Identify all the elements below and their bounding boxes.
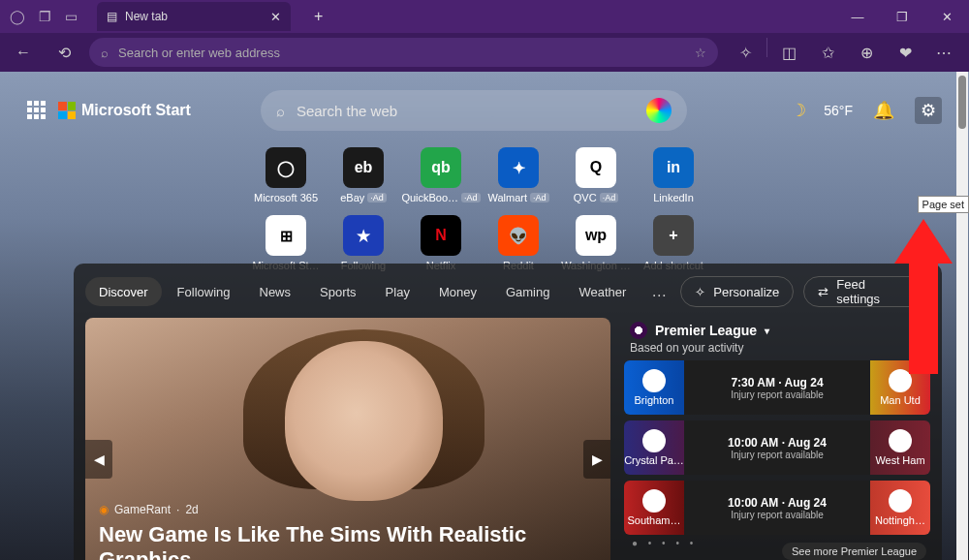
profile-icon[interactable]: ◯ bbox=[10, 9, 25, 24]
maximize-button[interactable]: ❐ bbox=[880, 0, 924, 33]
new-tab-page: Microsoft Start ⌕ Search the web ☽ 56°F … bbox=[0, 72, 969, 560]
quick-link-tile[interactable]: Q QVC·Ad bbox=[557, 147, 635, 203]
page-header: Microsoft Start ⌕ Search the web ☽ 56°F … bbox=[27, 89, 942, 132]
workspaces-icon[interactable]: ❐ bbox=[39, 9, 51, 24]
tile-label: QVC bbox=[574, 192, 597, 203]
globe-icon: ▤ bbox=[107, 10, 117, 23]
copilot-icon[interactable] bbox=[646, 98, 672, 123]
feed-tab[interactable]: Sports bbox=[306, 277, 370, 306]
story-title: New Game Is Like The Sims With Realistic… bbox=[99, 522, 597, 560]
close-window-button[interactable]: ✕ bbox=[924, 0, 969, 33]
tile-icon: in bbox=[653, 147, 694, 188]
microsoft-icon bbox=[58, 102, 76, 119]
tooltip: Page set bbox=[918, 196, 969, 213]
search-input[interactable]: ⌕ Search the web bbox=[261, 90, 687, 131]
tile-icon: eb bbox=[343, 147, 384, 188]
address-bar[interactable]: ⌕ Search or enter web address ☆ bbox=[89, 38, 718, 67]
browser-toolbar: ← ⟲ ⌕ Search or enter web address ☆ ✧ ◫ … bbox=[0, 33, 969, 72]
tile-label: LinkedIn bbox=[653, 192, 694, 203]
team-crest-icon bbox=[642, 429, 666, 452]
match-note: Injury report available bbox=[731, 510, 824, 520]
app-launcher-icon[interactable] bbox=[27, 101, 47, 120]
away-team: West Ham bbox=[875, 454, 924, 466]
home-team: Brighton bbox=[635, 394, 674, 406]
weather-icon[interactable]: ☽ bbox=[791, 100, 806, 121]
team-crest-icon bbox=[889, 429, 912, 452]
back-button[interactable]: ← bbox=[8, 37, 39, 68]
brand-logo[interactable]: Microsoft Start bbox=[58, 102, 191, 119]
search-placeholder: Search the web bbox=[297, 103, 397, 119]
search-icon: ⌕ bbox=[276, 103, 285, 119]
close-tab-icon[interactable]: ✕ bbox=[270, 10, 281, 24]
featured-story-card[interactable]: ◀ ▶ ◉GameRant · 2d New Game Is Like The … bbox=[85, 318, 610, 560]
feed-tab[interactable]: News bbox=[246, 277, 305, 306]
feed-more-icon[interactable]: … bbox=[651, 283, 667, 300]
more-icon[interactable]: ⋯ bbox=[926, 38, 961, 67]
ad-badge: ·Ad bbox=[367, 193, 387, 202]
collections-icon[interactable]: ⊕ bbox=[849, 38, 884, 67]
tab-title: New tab bbox=[125, 10, 168, 23]
ad-badge: ·Ad bbox=[530, 193, 549, 202]
carousel-next-button[interactable]: ▶ bbox=[583, 440, 610, 479]
tile-label: QuickBoo… bbox=[401, 192, 458, 203]
quick-link-tile[interactable]: in LinkedIn bbox=[635, 147, 712, 203]
brand-text: Microsoft Start bbox=[81, 102, 191, 119]
team-crest-icon bbox=[642, 369, 666, 392]
match-time: 10:00 AM · Aug 24 bbox=[728, 436, 827, 450]
quick-link-tile[interactable]: ✦ Walmart·Ad bbox=[480, 147, 557, 203]
feed-tab[interactable]: Discover bbox=[85, 277, 162, 306]
settings-gear-icon[interactable]: ⚙ bbox=[915, 97, 942, 124]
browser-tab[interactable]: ▤ New tab ✕ bbox=[97, 2, 291, 31]
match-time: 10:00 AM · Aug 24 bbox=[728, 496, 827, 510]
carousel-prev-button[interactable]: ◀ bbox=[85, 440, 112, 479]
quick-link-tile[interactable]: eb eBay·Ad bbox=[325, 147, 402, 203]
quick-link-tile[interactable]: ◯ Microsoft 365 bbox=[247, 147, 325, 203]
notifications-icon[interactable]: 🔔 bbox=[870, 97, 897, 124]
vertical-scrollbar[interactable] bbox=[956, 72, 968, 560]
favorite-icon[interactable]: ☆ bbox=[695, 46, 706, 60]
tile-icon: ◯ bbox=[266, 147, 306, 188]
match-note: Injury report available bbox=[731, 389, 824, 400]
tile-label: Microsoft 365 bbox=[254, 192, 318, 203]
annotation-arrow bbox=[899, 219, 948, 374]
split-screen-icon[interactable]: ◫ bbox=[771, 38, 806, 67]
team-crest-icon bbox=[642, 489, 666, 513]
window-titlebar: ◯ ❐ ▭ ▤ New tab ✕ + — ❐ ✕ bbox=[0, 0, 969, 33]
quick-links-grid: ◯ Microsoft 365eb eBay·Adqb QuickBoo…·Ad… bbox=[247, 147, 712, 271]
widget-pagination[interactable]: ● • • • • bbox=[632, 538, 697, 548]
tile-icon: ✦ bbox=[498, 147, 539, 188]
tile-label: eBay bbox=[340, 192, 364, 203]
match-row[interactable]: Crystal Pa… 10:00 AM · Aug 24Injury repo… bbox=[624, 420, 930, 475]
feed-tab[interactable]: Money bbox=[425, 277, 490, 306]
feed-tab[interactable]: Gaming bbox=[492, 277, 564, 306]
favorites-icon[interactable]: ✩ bbox=[810, 38, 845, 67]
tile-icon: Q bbox=[576, 147, 616, 188]
feed-tab[interactable]: Following bbox=[164, 277, 244, 306]
extensions-icon[interactable]: ✧ bbox=[728, 38, 763, 67]
chevron-down-icon[interactable]: ▾ bbox=[765, 326, 769, 336]
refresh-button[interactable]: ⟲ bbox=[48, 37, 79, 68]
new-tab-button[interactable]: + bbox=[314, 8, 323, 25]
home-team: Crystal Pa… bbox=[624, 454, 684, 466]
sports-widget: Premier League ▾ ⋯ Based on your activit… bbox=[624, 318, 930, 560]
match-row[interactable]: Brighton 7:30 AM · Aug 24Injury report a… bbox=[624, 360, 930, 415]
feed-tab[interactable]: Weather bbox=[565, 277, 640, 306]
league-icon bbox=[630, 322, 647, 339]
feed-panel: DiscoverFollowingNewsSportsPlayMoneyGami… bbox=[74, 264, 942, 560]
address-placeholder: Search or enter web address bbox=[118, 46, 280, 60]
personalize-button[interactable]: ✧Personalize bbox=[680, 276, 794, 307]
match-row[interactable]: Southam… 10:00 AM · Aug 24Injury report … bbox=[624, 481, 930, 535]
tile-icon: ★ bbox=[343, 215, 384, 256]
quick-link-tile[interactable]: qb QuickBoo…·Ad bbox=[402, 147, 480, 203]
tab-actions-icon[interactable]: ▭ bbox=[65, 9, 78, 24]
ad-badge: ·Ad bbox=[461, 193, 481, 202]
league-title[interactable]: Premier League bbox=[655, 323, 757, 338]
temperature[interactable]: 56°F bbox=[824, 103, 853, 118]
minimize-button[interactable]: — bbox=[835, 0, 880, 33]
feed-tab[interactable]: Play bbox=[372, 277, 423, 306]
league-subtitle: Based on your activity bbox=[624, 341, 930, 360]
team-crest-icon bbox=[889, 489, 912, 513]
tile-icon: + bbox=[653, 215, 694, 256]
see-more-button[interactable]: See more Premier League bbox=[782, 543, 926, 560]
browser-essentials-icon[interactable]: ❤ bbox=[888, 38, 922, 67]
